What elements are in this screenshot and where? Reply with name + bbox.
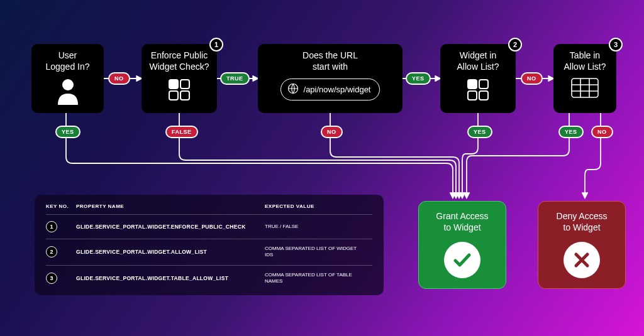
badge-key-2: 2 xyxy=(508,38,522,51)
table-icon xyxy=(570,77,599,101)
user-icon xyxy=(55,77,80,107)
legend-key-badge: 3 xyxy=(46,273,57,284)
pill-no: NO xyxy=(321,126,343,138)
node-title: Widget inAllow List? xyxy=(457,50,499,72)
pill-no: NO xyxy=(521,72,543,85)
legend-key-badge: 2 xyxy=(46,246,57,257)
result-deny-access: Deny Accessto Widget xyxy=(538,201,626,289)
svg-rect-2 xyxy=(180,80,189,89)
svg-rect-1 xyxy=(169,80,178,89)
legend-header: KEY NO. PROPERTY NAME EXPECTED VALUE xyxy=(46,203,372,214)
pill-false: FALSE xyxy=(165,126,198,138)
node-widget-allow-list: 2 Widget inAllow List? xyxy=(440,44,516,113)
legend-key-badge: 1 xyxy=(46,221,57,232)
legend-value: COMMA SEPARATED LIST OF TABLE NAMES xyxy=(265,272,359,285)
diagram-stage: UserLogged In? 1 Enforce PublicWidget Ch… xyxy=(0,0,644,336)
widget-grid-icon xyxy=(465,77,491,105)
url-chip: /api/now/sp/widget xyxy=(280,79,380,100)
pill-no: NO xyxy=(108,72,130,85)
legend-value: COMMA SEPARATED LIST OF WIDGET IDS xyxy=(265,246,359,259)
svg-rect-9 xyxy=(479,91,488,100)
col-property-name: PROPERTY NAME xyxy=(76,203,265,209)
svg-point-0 xyxy=(62,79,74,90)
legend-row: 3 GLIDE.SERVICE_PORTAL.WIDGET.TABLE_ALLO… xyxy=(46,265,372,291)
result-grant-access: Grant Accessto Widget xyxy=(418,201,506,289)
cross-icon xyxy=(564,242,600,278)
node-title: UserLogged In? xyxy=(45,50,89,72)
svg-rect-7 xyxy=(479,80,488,89)
node-url-check: Does the URLstart with /api/now/sp/widge… xyxy=(258,44,402,113)
node-title: Table inAllow List? xyxy=(564,50,606,72)
svg-rect-6 xyxy=(468,80,477,89)
url-text: /api/now/sp/widget xyxy=(304,85,371,94)
pill-yes: YES xyxy=(406,72,431,85)
col-key-no: KEY NO. xyxy=(46,203,76,209)
result-title: Grant Accessto Widget xyxy=(436,210,488,233)
col-expected-value: EXPECTED VALUE xyxy=(265,203,359,209)
pill-no: NO xyxy=(591,126,613,138)
badge-key-1: 1 xyxy=(209,38,223,51)
legend-row: 1 GLIDE.SERVICE_PORTAL.WIDGET.ENFORCE_PU… xyxy=(46,214,372,239)
pill-yes: YES xyxy=(55,126,80,138)
svg-rect-3 xyxy=(169,91,178,100)
node-title: Enforce PublicWidget Check? xyxy=(150,50,209,72)
pill-yes: YES xyxy=(467,126,492,138)
svg-rect-8 xyxy=(468,91,477,100)
pill-yes: YES xyxy=(558,126,584,138)
check-icon xyxy=(444,242,480,278)
node-user-logged-in: UserLogged In? xyxy=(31,44,104,113)
legend-row: 2 GLIDE.SERVICE_PORTAL.WIDGET.ALLOW_LIST… xyxy=(46,239,372,265)
result-title: Deny Accessto Widget xyxy=(557,210,608,233)
svg-rect-10 xyxy=(572,79,598,97)
legend-property: GLIDE.SERVICE_PORTAL.WIDGET.ENFORCE_PUBL… xyxy=(76,224,265,230)
globe-icon xyxy=(287,83,299,96)
pill-true: TRUE xyxy=(220,72,250,85)
legend-value: TRUE / FALSE xyxy=(265,224,359,230)
legend-property: GLIDE.SERVICE_PORTAL.WIDGET.TABLE_ALLOW_… xyxy=(76,275,265,281)
svg-rect-4 xyxy=(180,91,189,100)
badge-key-3: 3 xyxy=(609,38,623,51)
widget-grid-icon xyxy=(167,77,192,105)
legend-table: KEY NO. PROPERTY NAME EXPECTED VALUE 1 G… xyxy=(35,195,384,295)
node-enforce-public-check: 1 Enforce PublicWidget Check? xyxy=(142,44,217,113)
node-title: Does the URLstart with xyxy=(303,50,358,72)
legend-property: GLIDE.SERVICE_PORTAL.WIDGET.ALLOW_LIST xyxy=(76,249,265,255)
node-table-allow-list: 3 Table inAllow List? xyxy=(553,44,616,113)
